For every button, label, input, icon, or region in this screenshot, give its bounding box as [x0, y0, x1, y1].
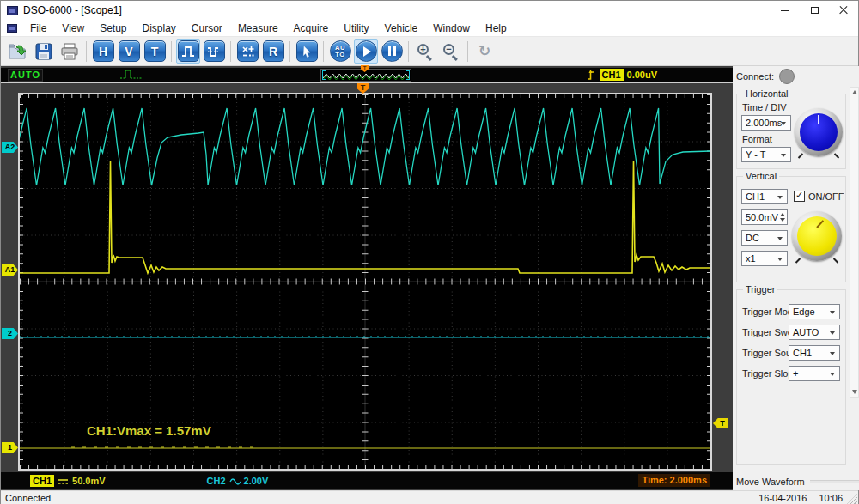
app-icon: [7, 6, 18, 15]
pulse-train-button[interactable]: [202, 39, 226, 64]
knob-tick: [795, 258, 801, 263]
menu-window[interactable]: Window: [425, 21, 478, 36]
menu-cursor[interactable]: Cursor: [184, 21, 230, 36]
ch2-label[interactable]: CH2: [207, 476, 226, 486]
volts-div-stepper[interactable]: 50.0mV: [741, 209, 788, 225]
connect-indicator-button[interactable]: [779, 69, 795, 84]
status-date: 16-04-2016: [758, 493, 807, 503]
ch1-scale-value: 50.0mV: [72, 476, 106, 486]
reference-button[interactable]: R: [261, 39, 285, 64]
status-bar: Connected 16-04-2016 10:06: [1, 490, 858, 504]
toolbar-separator: [86, 41, 87, 62]
trigger-source-select[interactable]: CH1: [789, 345, 840, 361]
single-pulse-button[interactable]: [176, 39, 200, 64]
toolbar-separator: [230, 41, 231, 62]
pause-icon: [388, 46, 396, 56]
ref-a1-marker[interactable]: A1: [2, 264, 18, 276]
minimize-button[interactable]: [771, 1, 800, 20]
trigger-level-value: 0.00uV: [627, 70, 657, 80]
open-folder-icon: [8, 42, 28, 61]
trigger-sweep-select[interactable]: AUTO: [789, 325, 840, 340]
time-div-label: Time / DIV: [742, 102, 787, 112]
menu-measure[interactable]: Measure: [230, 21, 286, 36]
format-label: Format: [742, 134, 772, 144]
autoset-button[interactable]: AU TO: [328, 39, 352, 64]
vertical-knob[interactable]: [792, 211, 842, 261]
format-select[interactable]: Y - T: [741, 147, 791, 162]
waveform-traces: CH1:Vmax = 1.57mV: [20, 94, 710, 469]
run-button[interactable]: [354, 39, 378, 64]
scroll-down-icon[interactable]: [852, 390, 857, 394]
pointer-button[interactable]: [295, 39, 319, 64]
zoom-in-icon: +: [417, 43, 434, 60]
knob-tick: [798, 153, 803, 158]
v-letter-icon: V: [119, 40, 140, 62]
open-button[interactable]: [6, 39, 30, 64]
trigger-level-marker[interactable]: T: [713, 418, 728, 428]
vertical-knob-face: [797, 216, 837, 256]
trigger-slope-select[interactable]: +: [789, 366, 840, 381]
ac-coupling-icon: [229, 477, 241, 485]
menu-utility[interactable]: Utility: [336, 21, 376, 36]
menu-help[interactable]: Help: [478, 21, 515, 36]
toolbar-separator: [289, 41, 290, 62]
channel-readout-bar: CH1 50.0mV CH2 2.00V Time: 2.000ms: [1, 472, 733, 489]
math-button[interactable]: [235, 39, 259, 64]
dc-coupling-icon: [58, 477, 69, 485]
horizontal-knob[interactable]: [795, 108, 843, 156]
preview-right-bracket-icon: [406, 70, 410, 80]
measurement-readout: CH1:Vmax = 1.57mV: [87, 423, 211, 438]
zoom-in-button[interactable]: +: [413, 39, 437, 64]
time-div-select[interactable]: 2.000ms: [741, 115, 791, 131]
horizontal-settings-button[interactable]: H: [91, 39, 115, 64]
save-button[interactable]: [32, 39, 56, 64]
close-button[interactable]: [829, 1, 858, 20]
menu-bar: File View Setup Display Cursor Measure A…: [1, 20, 858, 37]
vertical-group: Vertical CH1 ON/OFF 50.0mV DC x1: [736, 176, 846, 282]
knob-tick: [834, 153, 839, 158]
maximize-button[interactable]: [800, 1, 829, 20]
control-panel: Connect: Horizontal Time / DIV 2.000ms F…: [733, 66, 859, 490]
ref-a2-marker[interactable]: A2: [2, 142, 18, 153]
vertical-settings-button[interactable]: V: [117, 39, 141, 64]
channel-onoff-checkbox[interactable]: [794, 191, 805, 202]
horizontal-group: Horizontal Time / DIV 2.000ms Format Y -…: [736, 94, 846, 169]
horizontal-group-title: Horizontal: [743, 88, 791, 99]
knob-tick: [833, 258, 838, 263]
menu-acquire[interactable]: Acquire: [286, 21, 337, 36]
menu-setup[interactable]: Setup: [92, 21, 134, 36]
menu-file[interactable]: File: [22, 21, 54, 36]
r-letter-icon: R: [263, 40, 284, 62]
toolbar-separator: [408, 41, 409, 62]
menu-display[interactable]: Display: [135, 21, 184, 36]
refresh-button[interactable]: ↻: [472, 39, 497, 64]
coupling-select[interactable]: DC: [741, 230, 788, 246]
print-button[interactable]: [58, 39, 82, 64]
menu-vehicle[interactable]: Vehicle: [377, 21, 426, 36]
pause-button[interactable]: [380, 39, 404, 64]
preview-waveform: [321, 70, 411, 82]
ch2-position-marker[interactable]: 2: [2, 328, 18, 339]
scroll-up-icon[interactable]: [852, 90, 857, 94]
preview-left-bracket-icon: [322, 70, 326, 80]
move-waveform-slider[interactable]: [810, 480, 859, 483]
probe-select[interactable]: x1: [741, 251, 788, 266]
channel-select[interactable]: CH1: [741, 189, 788, 204]
trigger-settings-button[interactable]: T: [143, 39, 167, 64]
stepper-arrows-icon[interactable]: [777, 210, 787, 224]
menu-view[interactable]: View: [54, 21, 92, 36]
ch1-position-marker[interactable]: 1: [2, 442, 18, 453]
document-icon: [7, 24, 17, 33]
ch1-badge[interactable]: CH1: [30, 475, 54, 487]
zoom-out-button[interactable]: −: [439, 39, 463, 64]
math-operations-icon: [241, 45, 255, 58]
trigger-mode-select[interactable]: Edge: [789, 304, 840, 319]
waveform-plot-area[interactable]: CH1:Vmax = 1.57mV: [18, 93, 712, 471]
connection-status: Connected: [5, 493, 51, 503]
close-icon: [838, 5, 849, 15]
t-letter-icon: T: [144, 40, 166, 62]
connect-label: Connect:: [736, 71, 774, 82]
panel-scrollbar[interactable]: [850, 87, 859, 398]
horizontal-knob-pointer: [818, 115, 819, 124]
resize-grip[interactable]: [847, 494, 857, 504]
